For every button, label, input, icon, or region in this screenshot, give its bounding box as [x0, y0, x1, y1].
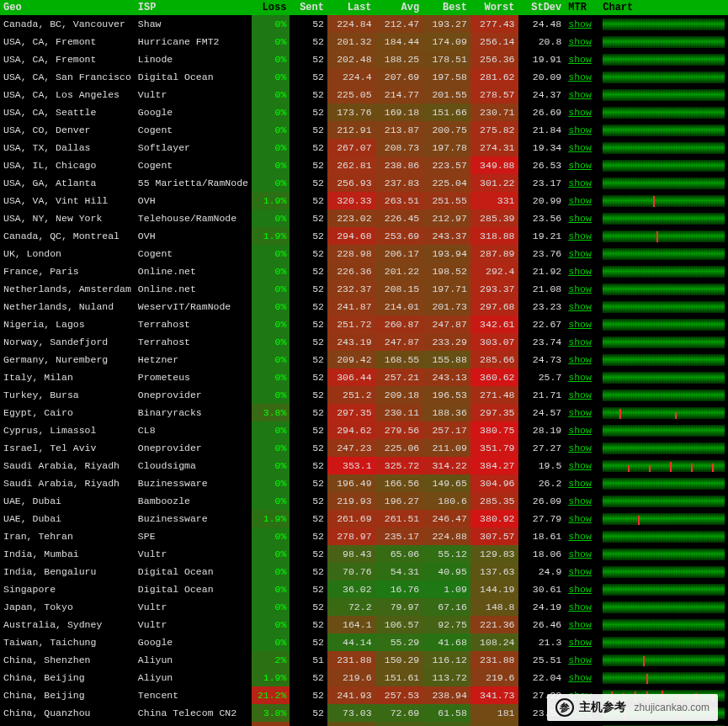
- mtr-show-link[interactable]: show: [568, 601, 592, 612]
- mtr-show-link[interactable]: show: [568, 442, 592, 453]
- cell-avg: 247.87: [375, 333, 423, 351]
- cell-loss: 0%: [252, 315, 290, 333]
- mtr-show-link[interactable]: show: [568, 389, 592, 400]
- cell-sent: 52: [290, 50, 327, 68]
- mtr-show-link[interactable]: show: [568, 54, 592, 65]
- table-row: Taiwan, TaichungGoogle0%5244.1455.2941.6…: [0, 633, 728, 651]
- cell-loss: 0%: [252, 262, 290, 280]
- mtr-show-link[interactable]: show: [568, 178, 592, 188]
- cell-last: 70.76: [327, 563, 375, 580]
- mtr-show-link[interactable]: show: [568, 319, 592, 330]
- cell-isp: Shaw: [135, 15, 252, 33]
- cell-chart: [599, 492, 728, 510]
- mtr-show-link[interactable]: show: [568, 548, 592, 559]
- cell-loss: 0%: [252, 457, 290, 474]
- cell-sent: 52: [290, 33, 327, 50]
- cell-last: 251.2: [327, 386, 375, 404]
- cell-isp: Vultr: [135, 545, 252, 563]
- cell-isp: Vultr: [135, 616, 252, 633]
- mtr-show-link[interactable]: show: [568, 407, 592, 418]
- mtr-show-link[interactable]: show: [568, 160, 592, 171]
- cell-mtr: show: [565, 457, 599, 474]
- cell-worst: 297.68: [470, 298, 518, 315]
- table-row: USA, CA, FremontHurricane FMT20%52201.32…: [0, 33, 728, 50]
- cell-geo: Australia, Sydney: [0, 616, 135, 633]
- mtr-show-link[interactable]: show: [568, 284, 592, 294]
- table-row: India, MumbaiVultr0%5298.4365.0655.12129…: [0, 545, 728, 563]
- mtr-show-link[interactable]: show: [568, 619, 592, 630]
- table-row: Netherlands, NulandWeservIT/RamNode0%522…: [0, 298, 728, 315]
- mtr-show-link[interactable]: show: [568, 566, 592, 577]
- mtr-show-link[interactable]: show: [568, 672, 592, 683]
- mtr-show-link[interactable]: show: [568, 248, 592, 259]
- cell-stdev: 21.08: [518, 280, 566, 298]
- cell-worst: 342.61: [470, 315, 518, 333]
- mtr-show-link[interactable]: show: [568, 584, 592, 595]
- cell-isp: Google: [135, 103, 252, 121]
- mtr-show-link[interactable]: show: [568, 301, 592, 312]
- mtr-show-link[interactable]: show: [568, 460, 592, 471]
- cell-mtr: show: [565, 527, 599, 545]
- cell-last: 267.07: [327, 139, 375, 156]
- cell-last: 294.68: [327, 227, 375, 245]
- mtr-show-link[interactable]: show: [568, 425, 592, 436]
- mtr-show-link[interactable]: show: [568, 107, 592, 118]
- mtr-show-link[interactable]: show: [568, 89, 592, 100]
- cell-best: 233.29: [422, 333, 470, 351]
- mtr-show-link[interactable]: show: [568, 72, 592, 82]
- cell-sent: 52: [290, 156, 327, 174]
- table-row: USA, GA, Atlanta55 Marietta/RamNode0%522…: [0, 174, 728, 192]
- table-row: China, BeijingAliyun1.9%52219.6151.61113…: [0, 669, 728, 686]
- col-chart: Chart: [599, 0, 728, 15]
- cell-worst: 271.48: [470, 386, 518, 404]
- table-row: USA, IL, ChicagoCogent0%52262.81238.8622…: [0, 156, 728, 174]
- cell-chart: [599, 669, 728, 686]
- cell-geo: Netherlands, Amsterdam: [0, 280, 135, 298]
- cell-last: 353.1: [327, 457, 375, 474]
- cell-best: 116.12: [422, 651, 470, 669]
- cell-isp: Cogent: [135, 156, 252, 174]
- cell-avg: 238.86: [375, 156, 423, 174]
- cell-isp: Vultr: [135, 598, 252, 616]
- mtr-show-link[interactable]: show: [568, 337, 592, 347]
- cell-mtr: show: [565, 121, 599, 139]
- cell-chart: [599, 156, 728, 174]
- cell-mtr: show: [565, 15, 599, 33]
- cell-avg: 196.27: [375, 492, 423, 510]
- mtr-show-link[interactable]: show: [568, 531, 592, 542]
- mtr-show-link[interactable]: show: [568, 495, 592, 506]
- mtr-show-link[interactable]: show: [568, 36, 592, 47]
- latency-sparkline: [603, 319, 725, 331]
- cell-sent: 52: [290, 386, 327, 404]
- mtr-show-link[interactable]: show: [568, 372, 592, 383]
- table-row: USA, CA, San FranciscoDigital Ocean0%522…: [0, 68, 728, 86]
- cell-mtr: show: [565, 616, 599, 633]
- mtr-show-link[interactable]: show: [568, 513, 592, 524]
- cell-geo: UAE, Dubai: [0, 510, 135, 527]
- mtr-show-link[interactable]: show: [568, 213, 592, 224]
- cell-worst: 292.4: [470, 262, 518, 280]
- cell-geo: India, Bengaluru: [0, 563, 135, 580]
- latency-sparkline: [603, 213, 725, 225]
- latency-sparkline: [603, 654, 725, 666]
- cell-avg: 261.51: [375, 510, 423, 527]
- mtr-show-link[interactable]: show: [568, 195, 592, 206]
- mtr-show-link[interactable]: show: [568, 231, 592, 241]
- col-best: Best: [422, 0, 470, 15]
- cell-loss: 0%: [252, 209, 290, 227]
- mtr-show-link[interactable]: show: [568, 654, 592, 665]
- cell-last: 201.32: [327, 33, 375, 50]
- cell-stdev: 24.73: [518, 351, 566, 368]
- mtr-show-link[interactable]: show: [568, 125, 592, 135]
- mtr-show-link[interactable]: show: [568, 354, 592, 365]
- cell-loss: 2%: [252, 651, 290, 669]
- mtr-show-link[interactable]: show: [568, 142, 592, 153]
- cell-last: 243.19: [327, 333, 375, 351]
- mtr-show-link[interactable]: show: [568, 637, 592, 648]
- mtr-show-link[interactable]: show: [568, 478, 592, 489]
- mtr-show-link[interactable]: show: [568, 266, 592, 277]
- cell-chart: [599, 68, 728, 86]
- mtr-show-link[interactable]: show: [568, 19, 592, 29]
- cell-worst: 219.6: [470, 669, 518, 686]
- cell-best: 193.27: [422, 15, 470, 33]
